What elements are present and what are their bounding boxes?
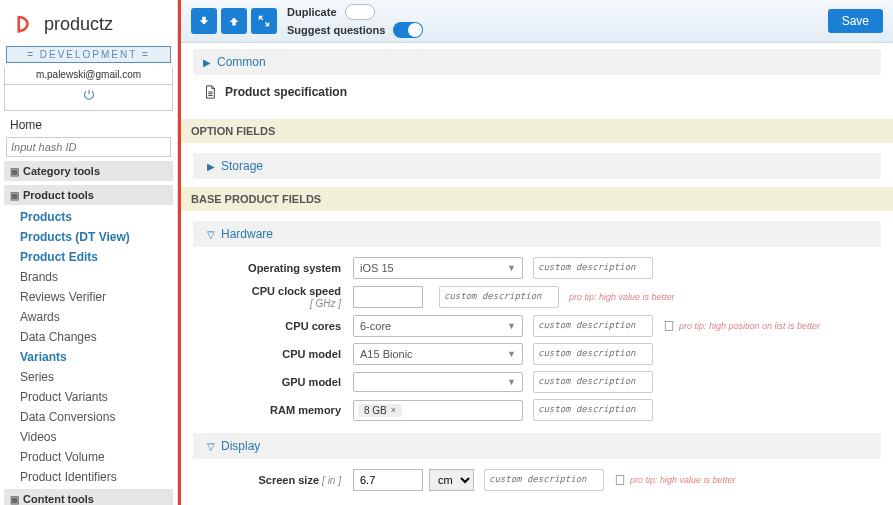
caret-down-icon: ▼ — [507, 349, 516, 359]
screen-input[interactable] — [353, 469, 423, 491]
gpu-model-select[interactable]: ▼ — [353, 372, 523, 392]
screen-label: Screen size [ in ] — [193, 474, 353, 486]
cores-select[interactable]: 6-core▼ — [353, 315, 523, 337]
clock-label: CPU clock speed[ GHz ] — [193, 285, 353, 309]
collapse-icon: ▣ — [10, 190, 19, 201]
storage-section-toggle[interactable]: ▶Storage — [193, 153, 881, 179]
os-select[interactable]: iOS 15▼ — [353, 257, 523, 279]
power-icon — [83, 89, 95, 101]
document-icon — [663, 320, 675, 332]
nav-product-edits[interactable]: Product Edits — [14, 247, 173, 267]
nav-series[interactable]: Series — [14, 367, 173, 387]
document-icon — [203, 85, 217, 99]
screen-unit-select[interactable]: cm — [429, 469, 474, 491]
nav-products-dt[interactable]: Products (DT View) — [14, 227, 173, 247]
hardware-form: Operating system iOS 15▼ CPU clock speed… — [181, 251, 893, 427]
nav-data-changes[interactable]: Data Changes — [14, 327, 173, 347]
nav-home[interactable]: Home — [4, 115, 173, 135]
arrow-down-icon — [197, 14, 211, 28]
os-desc[interactable] — [533, 257, 653, 279]
remove-tag-icon[interactable]: × — [391, 405, 396, 415]
expand-icon — [257, 14, 271, 28]
triangle-right-icon: ▶ — [207, 161, 215, 172]
logout-button[interactable] — [4, 85, 173, 111]
hardware-section-toggle[interactable]: ▽Hardware — [193, 221, 881, 247]
section-product-tools[interactable]: ▣Product tools — [4, 185, 173, 205]
product-tools-list: Products Products (DT View) Product Edit… — [4, 207, 173, 487]
nav-variants[interactable]: Variants — [14, 347, 173, 367]
caret-down-icon: ▼ — [507, 263, 516, 273]
clock-desc[interactable] — [439, 286, 559, 308]
duplicate-toggle[interactable] — [345, 4, 375, 20]
triangle-down-icon: ▽ — [207, 229, 215, 240]
suggest-label: Suggest questions — [287, 24, 385, 36]
caret-down-icon: ▼ — [507, 321, 516, 331]
arrow-up-icon — [227, 14, 241, 28]
ram-label: RAM memory — [193, 404, 353, 416]
save-button[interactable]: Save — [828, 9, 883, 33]
caret-down-icon: ▼ — [507, 377, 516, 387]
display-section-toggle[interactable]: ▽Display — [193, 433, 881, 459]
nav-awards[interactable]: Awards — [14, 307, 173, 327]
suggest-toggle[interactable] — [393, 22, 423, 38]
nav-reviews[interactable]: Reviews Verifier — [14, 287, 173, 307]
section-category-tools[interactable]: ▣Category tools — [4, 161, 173, 181]
triangle-down-icon: ▽ — [207, 441, 215, 452]
cores-desc[interactable] — [533, 315, 653, 337]
svg-rect-1 — [616, 476, 624, 485]
common-section-toggle[interactable]: ▶Common — [193, 49, 881, 75]
ram-tags[interactable]: 8 GB× — [353, 400, 523, 421]
ram-desc[interactable] — [533, 399, 653, 421]
document-icon — [614, 474, 626, 486]
screen-desc[interactable] — [484, 469, 604, 491]
nav-brands[interactable]: Brands — [14, 267, 173, 287]
ram-tag: 8 GB× — [358, 404, 402, 417]
screen-protip: pro tip: high value is better — [614, 474, 736, 486]
cpu-model-label: CPU model — [193, 348, 353, 360]
sidebar: productz = DEVELOPMENT = m.palewski@gmai… — [0, 0, 178, 505]
move-down-button[interactable] — [191, 8, 217, 34]
nav-data-conversions[interactable]: Data Conversions — [14, 407, 173, 427]
topbar: Duplicate Suggest questions Save — [181, 0, 893, 43]
collapse-icon: ▣ — [10, 494, 19, 505]
nav-product-volume[interactable]: Product Volume — [14, 447, 173, 467]
display-form: Screen size [ in ] cm pro tip: high valu… — [181, 463, 893, 497]
os-label: Operating system — [193, 262, 353, 274]
brand: productz — [4, 6, 173, 46]
gpu-model-desc[interactable] — [533, 371, 653, 393]
base-fields-band: BASE PRODUCT FIELDS — [181, 187, 893, 211]
option-fields-band: OPTION FIELDS — [181, 119, 893, 143]
product-spec-heading: Product specification — [193, 81, 881, 109]
clock-protip: pro tip: high value is better — [569, 292, 675, 302]
cpu-model-desc[interactable] — [533, 343, 653, 365]
gpu-model-label: GPU model — [193, 376, 353, 388]
cores-protip: pro tip: high position on list is better — [663, 320, 820, 332]
user-email: m.palewski@gmail.com — [4, 67, 173, 85]
svg-rect-0 — [665, 322, 673, 331]
main-content: Duplicate Suggest questions Save ▶Common… — [178, 0, 893, 505]
clock-input[interactable] — [353, 286, 423, 308]
section-content-tools[interactable]: ▣Content tools — [4, 489, 173, 505]
nav-videos[interactable]: Videos — [14, 427, 173, 447]
collapse-icon: ▣ — [10, 166, 19, 177]
hash-input[interactable] — [6, 137, 171, 157]
nav-products[interactable]: Products — [14, 207, 173, 227]
move-up-button[interactable] — [221, 8, 247, 34]
expand-button[interactable] — [251, 8, 277, 34]
cpu-model-select[interactable]: A15 Bionic▼ — [353, 343, 523, 365]
triangle-right-icon: ▶ — [203, 57, 211, 68]
cores-label: CPU cores — [193, 320, 353, 332]
duplicate-label: Duplicate — [287, 6, 337, 18]
brand-name: productz — [44, 14, 113, 35]
nav-product-variants[interactable]: Product Variants — [14, 387, 173, 407]
nav-product-identifiers[interactable]: Product Identifiers — [14, 467, 173, 487]
env-badge: = DEVELOPMENT = — [6, 46, 171, 63]
brand-logo-icon — [10, 10, 38, 38]
